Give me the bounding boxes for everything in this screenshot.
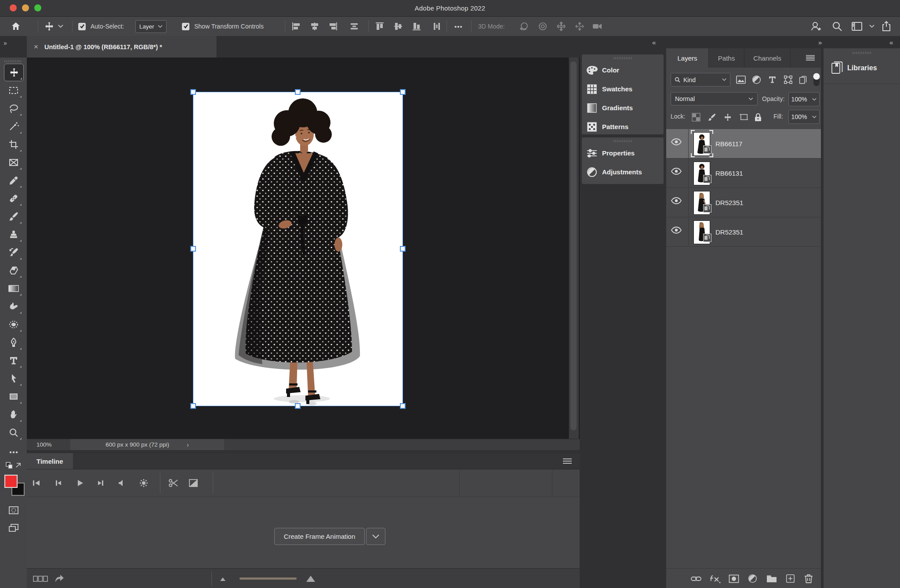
add-layer-mask-icon[interactable] [729,569,739,588]
pen-tool[interactable] [4,334,23,351]
visibility-eye-icon[interactable] [671,138,682,146]
layers-panel-menu-icon[interactable] [806,48,815,68]
eyedropper-tool[interactable] [4,172,23,189]
layer-name[interactable]: RB66117 [715,129,742,158]
search-icon[interactable] [831,17,843,36]
transform-handle-bottom-center[interactable] [295,403,301,409]
layer-name[interactable]: RB66131 [715,159,743,188]
link-layers-icon[interactable] [691,569,701,588]
layer-name[interactable]: DR52351 [715,188,743,217]
layer-name[interactable]: DR52351 [715,217,743,246]
lock-transparency-icon[interactable] [692,110,700,125]
edit-toolbar-icon[interactable] [4,444,23,461]
collapse-libraries-chevrons[interactable]: « [889,39,892,46]
magic-wand-tool[interactable] [4,118,23,135]
more-options-icon[interactable]: ••• [454,17,463,36]
transform-bounding-box[interactable] [193,92,403,406]
lock-artboard-icon[interactable] [739,110,749,125]
layer-row[interactable]: DR52351 [666,217,821,247]
share-icon[interactable] [881,17,892,36]
align-left-edges-icon[interactable] [291,17,301,36]
timeline-tab[interactable]: Timeline [27,453,73,469]
auto-select-checkbox[interactable] [78,17,86,36]
layer-row[interactable]: DR52351 [666,188,821,217]
zoom-out-mountain-icon[interactable] [219,569,226,588]
workspace-switcher-icon[interactable] [851,17,863,36]
3d-pan-icon[interactable] [555,17,567,36]
rectangular-marquee-tool[interactable] [4,82,23,99]
home-icon[interactable] [11,17,21,36]
visibility-eye-icon[interactable] [671,197,682,205]
new-adjustment-layer-icon[interactable] [748,569,757,588]
healing-brush-tool[interactable] [4,190,23,207]
panel-button-patterns[interactable]: Patterns [582,117,664,136]
show-transform-checkbox[interactable] [182,17,189,36]
create-animation-dropdown-button[interactable] [366,528,385,545]
screen-mode-icon[interactable] [4,519,23,536]
previous-frame-icon[interactable] [54,469,62,497]
transform-handle-middle-left[interactable] [190,246,196,252]
filter-toggle-switch[interactable] [813,73,820,87]
panel-button-gradients[interactable]: Gradients [582,98,664,117]
3d-roll-icon[interactable] [537,17,548,36]
filter-adjustment-layers-icon[interactable] [752,73,761,87]
next-frame-icon[interactable] [97,469,105,497]
foreground-color-swatch[interactable] [4,475,18,488]
clone-stamp-tool[interactable] [4,226,23,243]
lasso-tool[interactable] [4,100,23,117]
opacity-value-field[interactable]: 100% [788,92,810,106]
panel-button-swatches[interactable]: Swatches [582,79,664,98]
dodge-tool[interactable] [4,316,23,333]
panel-button-properties[interactable]: Properties [582,144,664,162]
3d-slide-icon[interactable] [574,17,585,36]
new-layer-icon[interactable] [786,569,795,588]
path-select-tool[interactable] [4,370,23,387]
distribute-vertical-icon[interactable] [432,17,442,36]
layer-effects-fx-icon[interactable] [709,569,721,588]
eraser-tool[interactable] [4,262,23,279]
timeline-menu-icon[interactable] [563,453,572,469]
tab-layers[interactable]: Layers [666,48,709,68]
first-frame-icon[interactable] [32,469,41,497]
history-brush-tool[interactable] [4,244,23,261]
timeline-settings-gear-icon[interactable] [139,469,148,497]
chevron-down-icon[interactable] [869,17,875,36]
lock-position-icon[interactable] [723,110,732,125]
lock-all-padlock-icon[interactable] [754,110,762,125]
gradient-tool[interactable] [4,280,23,297]
tab-paths[interactable]: Paths [709,48,744,68]
convert-to-frame-animation-icon[interactable] [33,569,48,588]
layer-filter-kind-dropdown[interactable]: Kind [671,73,730,87]
quick-mask-icon[interactable] [4,502,23,519]
filter-shape-layers-icon[interactable] [784,73,793,87]
libraries-header[interactable]: Libraries [824,48,900,83]
chevron-down-icon[interactable] [58,17,63,36]
zoom-tool[interactable] [4,424,23,441]
transform-handle-top-right[interactable] [400,89,406,95]
rectangle-tool[interactable] [4,388,23,405]
default-swap-colors-widget[interactable] [5,462,23,471]
panel-drag-handle[interactable] [4,60,22,62]
toolbar-expand-chevrons[interactable]: » [4,40,7,47]
visibility-eye-icon[interactable] [671,226,682,234]
3d-orbit-icon[interactable] [519,17,530,36]
delete-layer-trash-icon[interactable] [804,569,813,588]
align-right-edges-icon[interactable] [328,17,338,36]
zoom-level-field[interactable]: 100% [36,439,52,450]
document-info-field[interactable]: 600 px x 900 px (72 ppi) › [70,439,224,450]
align-vertical-centers-icon[interactable] [393,17,403,36]
panel-drag-handle[interactable] [613,140,632,142]
document-tab[interactable]: × Untitled-1 @ 100% (RB66117, RGB/8*) * [27,36,217,58]
filter-pixel-layers-icon[interactable] [736,73,746,87]
move-tool-options-icon[interactable] [44,17,54,36]
transform-handle-top-left[interactable] [190,89,196,95]
transform-handle-bottom-left[interactable] [190,403,196,409]
move-tool[interactable] [4,64,24,81]
type-tool[interactable] [4,352,23,369]
brush-tool[interactable] [4,208,23,225]
transform-handle-middle-right[interactable] [400,246,406,252]
hand-tool[interactable] [4,406,23,423]
align-horizontal-centers-icon[interactable] [309,17,320,36]
status-chevron-icon[interactable]: › [187,441,189,448]
transform-handle-top-center[interactable] [295,89,301,95]
